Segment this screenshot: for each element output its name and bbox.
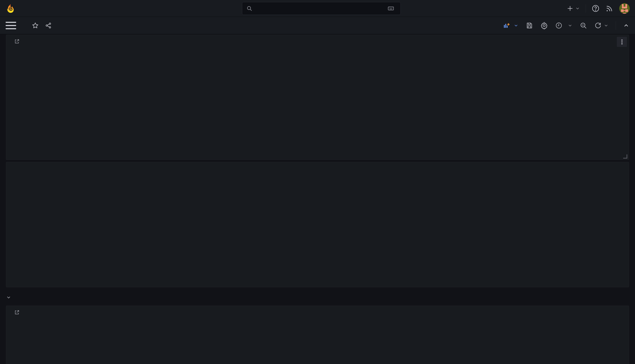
- top-nav-bar: [0, 0, 635, 17]
- panel-slow-db-queries: [6, 306, 629, 364]
- chevron-down-icon: [6, 295, 11, 300]
- refresh-icon: [594, 22, 602, 29]
- new-menu-button[interactable]: [566, 5, 580, 12]
- zoom-out-time-button[interactable]: [580, 22, 587, 29]
- star-icon[interactable]: [32, 22, 39, 29]
- panel-resize-handle[interactable]: [623, 154, 627, 158]
- share-icon[interactable]: [45, 22, 52, 29]
- plus-icon: [566, 5, 574, 12]
- clock-icon: [555, 22, 562, 29]
- news-rss-button[interactable]: [605, 4, 614, 12]
- dashboard-settings-button[interactable]: [540, 22, 548, 30]
- panel-network-requests: [6, 35, 629, 160]
- help-button[interactable]: [592, 4, 600, 12]
- keyboard-icon: [388, 5, 394, 12]
- chevron-down-icon: [575, 6, 580, 11]
- add-panel-icon: [503, 22, 510, 29]
- menu-toggle-button[interactable]: [6, 22, 16, 29]
- search-input[interactable]: [242, 2, 401, 15]
- add-panel-button[interactable]: [503, 22, 518, 29]
- panel-menu-button[interactable]: [617, 37, 627, 47]
- chevron-down-icon: [604, 23, 608, 28]
- search-icon: [246, 6, 252, 12]
- row-databases-toggle[interactable]: [6, 292, 629, 302]
- grafana-logo[interactable]: [6, 4, 15, 14]
- scatter-chart[interactable]: [6, 162, 629, 287]
- external-link-icon[interactable]: [14, 39, 20, 44]
- chevron-down-icon: [514, 23, 518, 28]
- refresh-button[interactable]: [594, 22, 608, 29]
- time-range-picker[interactable]: [555, 22, 572, 29]
- save-dashboard-button[interactable]: [526, 22, 533, 29]
- collapse-toolbar-button[interactable]: [623, 22, 629, 29]
- dashboard-toolbar: [0, 17, 635, 34]
- panel-slow-queries: [6, 162, 629, 287]
- user-avatar[interactable]: [619, 3, 630, 14]
- chevron-down-icon: [568, 23, 572, 28]
- external-link-icon[interactable]: [14, 310, 20, 315]
